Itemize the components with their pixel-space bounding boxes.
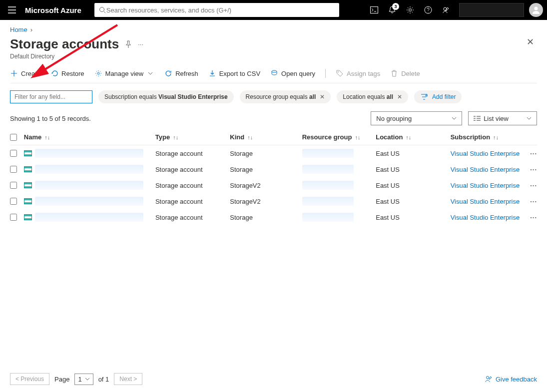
search-input[interactable] — [106, 6, 335, 14]
page-title: Storage accounts — [10, 36, 119, 52]
svg-point-3 — [409, 9, 412, 11]
page-label: Page — [54, 376, 69, 383]
remove-filter-icon[interactable]: ✕ — [397, 93, 402, 100]
open-query-button[interactable]: Open query — [270, 69, 315, 77]
cell-kind: Storage — [230, 150, 302, 157]
settings-icon[interactable] — [402, 2, 418, 18]
records-count: Showing 1 to 5 of 5 records. — [10, 115, 91, 122]
remove-filter-icon[interactable]: ✕ — [320, 93, 325, 100]
export-csv-button[interactable]: Export to CSV — [208, 69, 260, 77]
add-filter-button[interactable]: Add filter — [414, 90, 462, 103]
sort-icon[interactable]: ↑↓ — [44, 134, 50, 140]
subscription-link[interactable]: Visual Studio Enterprise — [451, 150, 520, 157]
subscription-link[interactable]: Visual Studio Enterprise — [451, 166, 520, 173]
sort-icon[interactable]: ↑↓ — [493, 134, 499, 140]
close-icon[interactable]: ✕ — [527, 36, 537, 47]
notifications-icon[interactable]: 3 — [384, 2, 400, 18]
cell-type: Storage account — [155, 198, 230, 205]
global-search[interactable] — [94, 3, 339, 17]
col-rg[interactable]: Resource group — [302, 133, 352, 141]
row-checkbox[interactable] — [10, 198, 17, 205]
cell-kind: StorageV2 — [230, 182, 302, 189]
row-checkbox[interactable] — [10, 182, 17, 189]
svg-point-11 — [486, 377, 489, 379]
cell-location: East US — [376, 166, 450, 173]
row-more-icon[interactable]: ··· — [525, 166, 537, 173]
row-checkbox[interactable] — [10, 150, 17, 157]
filter-pill-resource-group[interactable]: Resource group equals all ✕ — [240, 90, 331, 103]
row-more-icon[interactable]: ··· — [525, 198, 537, 205]
gear-icon — [94, 69, 102, 77]
table-row[interactable]: Storage account StorageV2 East US Visual… — [10, 177, 537, 193]
col-sub[interactable]: Subscription — [451, 133, 490, 141]
row-checkbox[interactable] — [10, 166, 17, 173]
col-type[interactable]: Type — [155, 133, 170, 141]
restore-button[interactable]: Restore — [50, 69, 84, 77]
row-more-icon[interactable]: ··· — [525, 214, 537, 221]
cell-kind: Storage — [230, 214, 302, 221]
table-row[interactable]: Storage account Storage East US Visual S… — [10, 161, 537, 177]
row-checkbox[interactable] — [10, 214, 17, 221]
query-icon — [270, 69, 278, 77]
hamburger-icon[interactable] — [4, 2, 20, 18]
refresh-button[interactable]: Refresh — [164, 69, 198, 77]
filter-input[interactable] — [10, 90, 92, 103]
subscription-link[interactable]: Visual Studio Enterprise — [451, 182, 520, 189]
redacted-name — [35, 149, 143, 158]
give-feedback-link[interactable]: Give feedback — [485, 375, 537, 383]
manage-view-label: Manage view — [105, 70, 144, 77]
table-row[interactable]: Storage account StorageV2 East US Visual… — [10, 193, 537, 209]
filter-icon — [420, 93, 428, 101]
prev-button[interactable]: < Previous — [10, 373, 49, 385]
manage-view-button[interactable]: Manage view — [94, 69, 155, 77]
redacted-name — [35, 213, 143, 222]
cloud-shell-icon[interactable] — [366, 2, 382, 18]
svg-point-6 — [535, 7, 538, 10]
chevron-down-icon — [527, 117, 532, 120]
sort-icon[interactable]: ↑↓ — [173, 134, 178, 140]
grouping-select[interactable]: No grouping — [371, 111, 462, 125]
redacted-rg — [302, 149, 354, 158]
select-all-checkbox[interactable] — [10, 134, 17, 141]
col-name[interactable]: Name — [24, 133, 41, 141]
table-row[interactable]: Storage account Storage East US Visual S… — [10, 209, 537, 225]
sort-icon[interactable]: ↑↓ — [406, 134, 411, 140]
row-more-icon[interactable]: ··· — [525, 150, 537, 157]
next-button[interactable]: Next > — [114, 373, 142, 385]
sort-icon[interactable]: ↑↓ — [355, 134, 360, 140]
grouping-label: No grouping — [376, 115, 412, 122]
more-icon[interactable]: ··· — [138, 40, 143, 48]
cell-rg — [302, 149, 376, 158]
sort-icon[interactable]: ↑↓ — [247, 134, 253, 140]
account-info[interactable] — [459, 3, 524, 17]
subscription-link[interactable]: Visual Studio Enterprise — [451, 198, 520, 205]
avatar[interactable] — [529, 3, 543, 17]
svg-line-1 — [104, 11, 105, 13]
chevron-down-icon — [146, 69, 154, 77]
filter-row: Subscription equals Visual Studio Enterp… — [10, 90, 537, 103]
col-kind[interactable]: Kind — [230, 133, 244, 141]
download-icon — [208, 69, 216, 77]
pin-icon[interactable] — [125, 40, 132, 48]
page-select[interactable]: 1 — [74, 374, 93, 385]
svg-point-9 — [338, 71, 339, 72]
filter-pill-location[interactable]: Location equals all ✕ — [337, 90, 408, 103]
redacted-rg — [302, 181, 354, 190]
row-more-icon[interactable]: ··· — [525, 182, 537, 189]
filter-pill-subscription[interactable]: Subscription equals Visual Studio Enterp… — [98, 90, 234, 103]
tag-icon — [336, 69, 344, 77]
col-loc[interactable]: Location — [376, 133, 403, 141]
feedback-icon[interactable] — [438, 2, 454, 18]
help-icon[interactable] — [420, 2, 436, 18]
table-row[interactable]: Storage account Storage East US Visual S… — [10, 145, 537, 161]
cell-rg — [302, 165, 376, 174]
cell-rg — [302, 213, 376, 222]
storage-accounts-table: Name↑↓ Type↑↓ Kind↑↓ Resource group↑↓ Lo… — [10, 129, 537, 225]
breadcrumb: Home › — [10, 26, 537, 33]
global-topbar: Microsoft Azure 3 — [0, 0, 547, 20]
subscription-link[interactable]: Visual Studio Enterprise — [451, 214, 520, 221]
view-select[interactable]: List view — [468, 111, 537, 125]
create-button[interactable]: Create — [10, 69, 40, 77]
restore-icon — [50, 69, 58, 77]
breadcrumb-home[interactable]: Home — [10, 26, 27, 33]
